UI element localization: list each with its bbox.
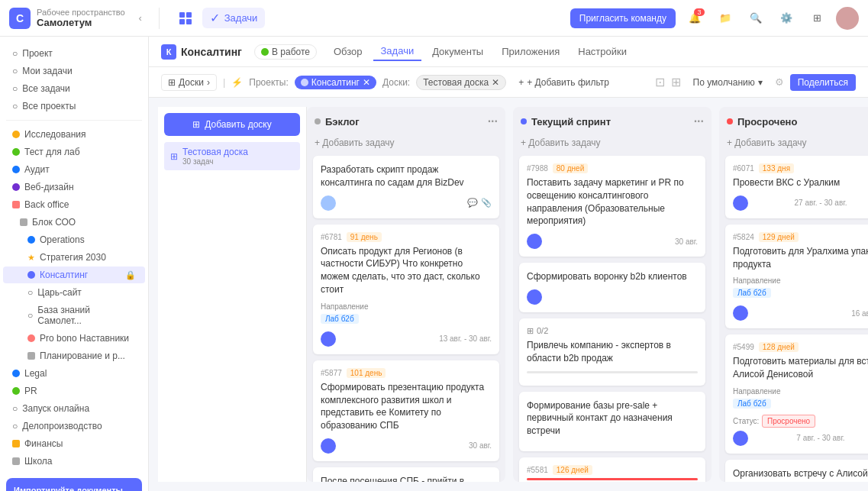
testlab-dot xyxy=(12,148,20,156)
search-button[interactable]: 🔍 xyxy=(744,7,767,30)
sidebar-item-planning[interactable]: Планирование и р... xyxy=(3,347,145,364)
tab-documents[interactable]: Документы xyxy=(424,43,491,60)
sidebar-czar-label: Царь-сайт xyxy=(37,287,82,298)
notifications-button[interactable]: 🔔 3 xyxy=(683,7,706,30)
nav-back-arrow[interactable]: ‹ xyxy=(131,9,150,27)
tab-apps[interactable]: Приложения xyxy=(494,43,567,60)
paperwork-icon: ○ xyxy=(12,421,18,431)
projects-label: Проекты: xyxy=(249,77,289,88)
card-backlog-3[interactable]: После посещения СПБ - прийти в Москву и … xyxy=(313,467,499,482)
project-icon: ○ xyxy=(12,48,18,59)
card-sprint-3[interactable]: Формирование базы pre-sale + первичный к… xyxy=(519,392,705,451)
add-board-button[interactable]: ⊞ Добавить доску xyxy=(164,113,300,136)
sidebar-item-all-projects[interactable]: ○ Все проекты xyxy=(3,98,145,115)
column-sprint-menu[interactable]: ··· xyxy=(694,115,704,128)
tasks-tab[interactable]: ✓ Задачи xyxy=(202,8,266,28)
card-avatar xyxy=(527,289,542,305)
settings-button[interactable]: ⚙️ xyxy=(775,7,798,30)
sidebar-item-consulting[interactable]: Консалтинг 🔒 xyxy=(3,266,145,283)
tab-settings[interactable]: Настройки xyxy=(570,43,634,60)
card-footer: 27 авг. - 30 авг. 💬 xyxy=(733,195,868,211)
planning-icon xyxy=(27,352,35,360)
apps-grid-icon[interactable] xyxy=(175,8,196,29)
column-overdue-title-area: Просрочено xyxy=(727,116,797,128)
grid-button[interactable]: ⊞ xyxy=(805,7,828,30)
card-backlog-2[interactable]: #5877 101 день Сформировать презентацию … xyxy=(313,360,499,461)
card-avatar xyxy=(527,234,542,249)
add-task-sprint[interactable]: + Добавить задачу xyxy=(513,133,712,153)
sidebar-item-pr[interactable]: PR xyxy=(3,383,145,399)
card-badge: 133 дня xyxy=(759,163,794,173)
card-sprint-1[interactable]: Сформировать воронку b2b клиентов xyxy=(519,263,705,312)
sidebar-item-paperwork[interactable]: ○ Делопроизводство xyxy=(3,418,145,434)
add-task-backlog[interactable]: + Добавить задачу xyxy=(307,133,505,153)
board-tag-x[interactable]: ✕ xyxy=(492,77,499,88)
sidebar-item-probono[interactable]: Pro bono Наставники xyxy=(3,330,145,347)
sidebar-item-backoffice[interactable]: Back office xyxy=(3,196,145,213)
invite-team-button[interactable]: Пригласить команду xyxy=(570,8,676,28)
side-panel: ⊞ Добавить доску ⊞ Тестовая доска 30 зад… xyxy=(158,107,307,482)
tab-tasks[interactable]: Задачи xyxy=(373,42,422,61)
sidebar-item-project[interactable]: ○ Проект xyxy=(3,45,145,62)
sidebar-item-testlab[interactable]: Тест для лаб xyxy=(3,144,145,160)
card-sprint-4[interactable]: #5581 126 дней Сформировать продуктовое … xyxy=(519,457,705,482)
project-tag[interactable]: Консалтинг ✕ xyxy=(295,76,376,89)
sidebar-item-legal[interactable]: Legal xyxy=(3,365,145,382)
files-button[interactable]: 📁 xyxy=(714,7,737,30)
workspace-subtitle: Рабочее пространство xyxy=(37,8,125,17)
card-badge: 129 дней xyxy=(759,232,799,242)
project-tag-x[interactable]: ✕ xyxy=(363,77,370,88)
sidebar-school-label: Школа xyxy=(24,456,52,467)
sidebar-item-all-tasks[interactable]: ○ Все задачи xyxy=(3,80,145,97)
sidebar-top-section: ○ Проект ○ Мои задачи ○ Все задачи ○ Все… xyxy=(0,43,148,117)
card-avatar xyxy=(321,195,336,211)
sort-button[interactable]: По умолчанию ▾ xyxy=(687,75,769,90)
sidebar-item-school[interactable]: Школа xyxy=(3,453,145,470)
sidebar-item-finance[interactable]: Финансы xyxy=(3,435,145,452)
sprint-cards: #7988 80 дней Поставить задачу маркетинг… xyxy=(513,153,712,482)
status-label-text: Статус: xyxy=(733,417,759,425)
sidebar-pr-label: PR xyxy=(24,386,37,396)
sidebar-item-my-tasks[interactable]: ○ Мои задачи xyxy=(3,63,145,79)
board-list-item-test[interactable]: ⊞ Тестовая доска 30 задач xyxy=(164,142,300,170)
sidebar-item-webdesign[interactable]: Веб-дизайн xyxy=(3,179,145,195)
card-sprint-0[interactable]: #7988 80 дней Поставить задачу маркетинг… xyxy=(519,156,705,257)
tab-overview[interactable]: Обзор xyxy=(326,43,370,60)
sidebar-project-label: Проект xyxy=(22,48,53,59)
card-overdue-2[interactable]: #5499 128 дней Подготовить материалы для… xyxy=(725,334,868,454)
add-filter-button[interactable]: + + Добавить фильтр xyxy=(512,75,615,90)
card-backlog-1[interactable]: #6781 91 день Описать продукт для Регион… xyxy=(313,225,499,354)
sidebar-item-knowledge-base[interactable]: ○ База знаний Самолет... xyxy=(3,302,145,329)
column-backlog-menu[interactable]: ··· xyxy=(488,115,498,128)
card-backlog-0[interactable]: Разработать скрипт продаж консалтинга по… xyxy=(313,156,499,218)
add-task-overdue[interactable]: + Добавить задачу xyxy=(719,133,868,153)
sidebar-my-tasks-label: Мои задачи xyxy=(22,66,72,76)
sidebar-item-operations[interactable]: Operations xyxy=(3,231,145,248)
user-avatar[interactable] xyxy=(836,7,859,30)
boards-button[interactable]: ⊞ Доски › xyxy=(161,74,217,91)
sidebar-item-coo-block[interactable]: Блок СОО xyxy=(3,214,145,231)
sidebar-item-launch-online[interactable]: ○ Запуск онлайна xyxy=(3,400,145,417)
card-title: Сформировать воронку b2b клиентов xyxy=(527,270,698,283)
card-overdue-1[interactable]: #5824 129 дней Подготовить для Уралхима … xyxy=(725,225,868,329)
sidebar-item-research[interactable]: Исследования xyxy=(3,126,145,143)
sidebar-item-czar-site[interactable]: ○ Царь-сайт xyxy=(3,284,145,301)
add-board-icon: ⊞ xyxy=(192,119,200,130)
settings-gear-icon[interactable]: ⚙ xyxy=(775,76,784,88)
sidebar-item-strategy[interactable]: ★ Стратегия 2030 xyxy=(3,249,145,266)
share-button[interactable]: Поделиться xyxy=(790,74,856,91)
expand-icon[interactable]: ⊞ xyxy=(671,75,681,89)
card-sprint-2[interactable]: ⊞ 0/2 Привлечь компанию - экспертов в об… xyxy=(519,318,705,386)
board-tag[interactable]: Тестовая доска ✕ xyxy=(416,75,506,90)
sidebar-all-projects-label: Все проекты xyxy=(22,101,76,111)
resize-icon[interactable]: ⊡ xyxy=(655,75,665,89)
card-overdue-0[interactable]: #6071 133 дня Провести ВКС с Уралким 27 … xyxy=(725,156,868,218)
sidebar-item-audit[interactable]: Аудит xyxy=(3,161,145,178)
card-overdue-3[interactable]: Организовать встречу с Алисой Денисовой … xyxy=(725,460,868,482)
webdesign-dot xyxy=(12,183,20,191)
subnav-status-badge[interactable]: В работе xyxy=(254,44,317,60)
topbar-left: С Рабочее пространство Самолетум ‹ xyxy=(9,8,160,29)
sidebar-divider-1 xyxy=(6,120,142,121)
sidebar-testlab-label: Тест для лаб xyxy=(24,147,80,157)
sort-label: По умолчанию xyxy=(693,77,755,88)
